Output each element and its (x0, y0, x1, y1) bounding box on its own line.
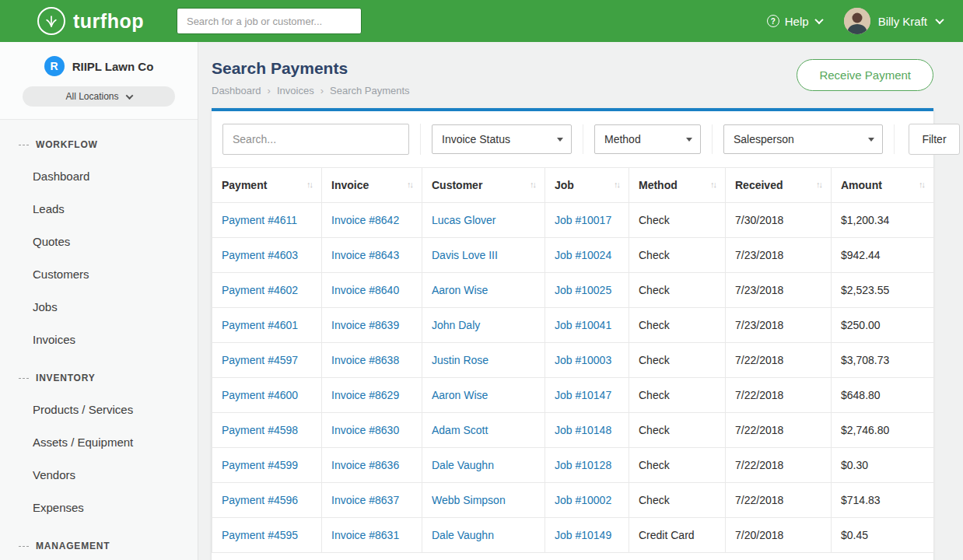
cell-received: 7/30/2018 (726, 203, 832, 238)
sidebar-item-expenses[interactable]: Expenses (0, 492, 198, 524)
salesperson-value: Salesperson (734, 133, 794, 145)
company-logo-icon: R (44, 56, 65, 76)
invoice-status-select[interactable]: Invoice Status (432, 124, 572, 154)
customer-link[interactable]: Adam Scott (432, 424, 488, 436)
customer-link[interactable]: Dale Vaughn (432, 459, 494, 471)
table-row: Payment #4601Invoice #8639John DalyJob #… (212, 308, 934, 343)
cell-invoice: Invoice #8629 (322, 378, 422, 413)
customer-link[interactable]: John Daly (432, 319, 480, 331)
sidebar-item-jobs[interactable]: Jobs (0, 291, 198, 324)
sidebar-item-leads[interactable]: Leads (0, 193, 198, 226)
cell-method: Check (629, 273, 726, 308)
sidebar-section-inventory[interactable]: INVENTORY (0, 362, 198, 394)
invoice-link[interactable]: Invoice #8642 (331, 214, 399, 226)
customer-link[interactable]: Davis Love III (432, 249, 498, 261)
invoice-link[interactable]: Invoice #8629 (331, 389, 399, 401)
global-search-input[interactable] (177, 8, 362, 34)
column-header-invoice[interactable]: Invoice↑↓ (322, 168, 422, 203)
customer-link[interactable]: Aaron Wise (432, 284, 488, 296)
column-header-method[interactable]: Method↑↓ (629, 168, 726, 203)
job-link[interactable]: Job #10041 (555, 319, 611, 331)
invoice-link[interactable]: Invoice #8631 (331, 529, 399, 541)
payment-link[interactable]: Payment #4595 (222, 529, 298, 541)
location-selector[interactable]: All Locations (23, 86, 175, 107)
cell-job: Job #10025 (545, 273, 629, 308)
sidebar-item-assets-equipment[interactable]: Assets / Equipment (0, 426, 198, 459)
customer-link[interactable]: Justin Rose (432, 354, 489, 366)
location-label: All Locations (65, 91, 118, 102)
invoice-link[interactable]: Invoice #8640 (331, 284, 399, 296)
sidebar-item-dashboard[interactable]: Dashboard (0, 160, 198, 193)
job-link[interactable]: Job #10147 (555, 389, 611, 401)
payment-link[interactable]: Payment #4598 (222, 424, 298, 436)
job-link[interactable]: Job #10149 (555, 529, 611, 541)
cell-method: Check (629, 483, 726, 518)
invoice-link[interactable]: Invoice #8630 (331, 424, 399, 436)
sidebar-section-workflow[interactable]: WORKFLOW (0, 129, 198, 160)
customer-link[interactable]: Aaron Wise (432, 389, 488, 401)
job-link[interactable]: Job #10025 (555, 284, 611, 296)
breadcrumb-item-dashboard[interactable]: Dashboard (212, 85, 261, 96)
cell-method: Check (629, 238, 726, 273)
user-menu[interactable]: Billy Kraft (844, 8, 943, 34)
job-link[interactable]: Job #10002 (555, 494, 611, 506)
payment-link[interactable]: Payment #4603 (222, 249, 298, 261)
sidebar-item-quotes[interactable]: Quotes (0, 226, 198, 258)
cell-job: Job #10149 (545, 518, 629, 553)
company-name: RIIPL Lawn Co (72, 60, 154, 73)
method-select[interactable]: Method (594, 124, 701, 154)
salesperson-select[interactable]: Salesperson (723, 124, 883, 154)
tree-dash-icon (19, 145, 29, 145)
invoice-link[interactable]: Invoice #8636 (331, 459, 399, 471)
job-link[interactable]: Job #10128 (555, 459, 611, 471)
table-search-input[interactable] (222, 124, 409, 155)
cell-job: Job #10148 (545, 413, 629, 448)
sidebar-item-vendors[interactable]: Vendors (0, 459, 198, 492)
job-link[interactable]: Job #10017 (555, 214, 611, 226)
sidebar-item-customers[interactable]: Customers (0, 258, 198, 291)
column-header-received[interactable]: Received↑↓ (726, 168, 832, 203)
cell-invoice: Invoice #8630 (322, 413, 422, 448)
payment-link[interactable]: Payment #4599 (222, 459, 298, 471)
invoice-link[interactable]: Invoice #8643 (331, 249, 399, 261)
page-head: Search Payments Dashboard›Invoices›Searc… (212, 59, 933, 96)
invoice-link[interactable]: Invoice #8637 (331, 494, 399, 506)
column-header-customer[interactable]: Customer↑↓ (422, 168, 545, 203)
job-link[interactable]: Job #10024 (555, 249, 611, 261)
sidebar-item-products-services[interactable]: Products / Services (0, 394, 198, 426)
payment-link[interactable]: Payment #4597 (222, 354, 298, 366)
invoice-link[interactable]: Invoice #8639 (331, 319, 399, 331)
column-header-payment[interactable]: Payment↑↓ (212, 168, 322, 203)
cell-payment: Payment #4595 (212, 518, 322, 553)
breadcrumb-item-invoices[interactable]: Invoices (277, 85, 314, 96)
sort-icon: ↑↓ (407, 180, 412, 189)
receive-payment-button[interactable]: Receive Payment (797, 59, 933, 91)
company-row[interactable]: R RIIPL Lawn Co (0, 56, 198, 76)
job-link[interactable]: Job #10003 (555, 354, 611, 366)
payment-link[interactable]: Payment #4596 (222, 494, 298, 506)
payment-link[interactable]: Payment #4601 (222, 319, 298, 331)
customer-link[interactable]: Dale Vaughn (432, 529, 494, 541)
help-menu[interactable]: ? Help (767, 15, 822, 28)
app-logo[interactable]: turfhop (37, 7, 144, 35)
customer-link[interactable]: Lucas Glover (432, 214, 496, 226)
sidebar-item-invoices[interactable]: Invoices (0, 324, 198, 356)
column-header-amount[interactable]: Amount↑↓ (832, 168, 934, 203)
filter-button[interactable]: Filter (909, 124, 960, 155)
payment-link[interactable]: Payment #4602 (222, 284, 298, 296)
cell-invoice: Invoice #8640 (322, 273, 422, 308)
sidebar-section-management[interactable]: MANAGEMENT (0, 530, 198, 560)
payment-link[interactable]: Payment #4611 (222, 214, 297, 226)
table-row: Payment #4596Invoice #8637Webb SimpsonJo… (212, 483, 934, 518)
column-header-job[interactable]: Job↑↓ (545, 168, 629, 203)
filter-cell-method: Method (583, 124, 713, 154)
breadcrumb-separator: › (268, 85, 271, 96)
invoice-link[interactable]: Invoice #8638 (331, 354, 399, 366)
payments-card: Invoice Status Method Salesperson Filter (212, 108, 933, 560)
job-link[interactable]: Job #10148 (555, 424, 611, 436)
cell-invoice: Invoice #8636 (322, 448, 422, 483)
invoice-status-value: Invoice Status (442, 133, 510, 145)
customer-link[interactable]: Webb Simpson (432, 494, 506, 506)
column-header-label: Amount (841, 179, 882, 191)
payment-link[interactable]: Payment #4600 (222, 389, 298, 401)
